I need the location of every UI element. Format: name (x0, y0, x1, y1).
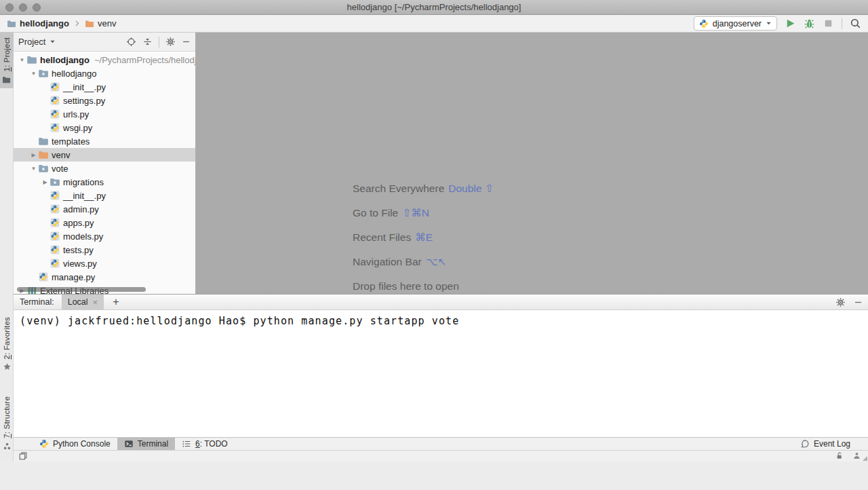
pyfile-icon (50, 244, 60, 255)
tree-item[interactable]: models.py (14, 229, 195, 243)
hector-person-icon[interactable] (852, 451, 861, 460)
tool-stripe-label: 2: Favorites (3, 317, 11, 360)
stop-button[interactable] (823, 18, 834, 29)
shortcut-hint: Search EverywhereDouble ⇧ (353, 176, 494, 201)
tool-stripe-tab[interactable]: 1: Project (0, 33, 14, 88)
window-title: hellodjango [~/PycharmProjects/hellodjan… (0, 2, 868, 12)
toolbar-divider (159, 37, 159, 48)
tree-item[interactable]: ▼hellodjango~/PycharmProjects/hellodjang… (14, 53, 195, 67)
terminal-tab-local[interactable]: Local × (62, 295, 104, 310)
shortcut-label: Recent Files (353, 231, 411, 244)
run-config-select[interactable]: djangoserver (694, 16, 777, 31)
project-panel-title: Project (18, 37, 45, 47)
tree-item[interactable]: views.py (14, 257, 195, 270)
tree-arrow-down-icon[interactable]: ▼ (29, 166, 38, 172)
tree-item[interactable]: ▶venv (14, 148, 195, 162)
pyfile-icon (50, 231, 60, 242)
tree-item[interactable]: __init__.py (14, 80, 195, 94)
pyfile-icon (50, 217, 60, 228)
shortcut-keys: ⌥↖ (426, 256, 447, 268)
run-button[interactable] (785, 18, 796, 29)
tool-window-bar: Python ConsoleTerminal6: TODO Event Log (14, 437, 868, 450)
speech-bubble-icon (800, 439, 810, 449)
breadcrumb-label: hellodjango (20, 18, 69, 29)
toolwindow-button-label: Terminal (138, 439, 168, 449)
shortcut-label: Go to File (353, 207, 398, 219)
tree-arrow-down-icon[interactable]: ▼ (18, 57, 26, 63)
tree-arrow-right-icon[interactable]: ▶ (29, 152, 38, 158)
structure-icon (3, 442, 12, 451)
pyfile-icon (38, 271, 49, 282)
tree-item[interactable]: admin.py (14, 202, 195, 216)
event-log-label: Event Log (814, 439, 850, 449)
terminal-title: Terminal: (20, 297, 54, 307)
terminal-output[interactable]: (venv) jackfrued:hellodjango Hao$ python… (14, 310, 868, 437)
pyfile-icon (50, 122, 60, 133)
chevron-down-icon (766, 20, 772, 26)
hide-panel-icon[interactable] (854, 298, 863, 307)
breadcrumb-item[interactable]: hellodjango (5, 18, 71, 29)
event-log-button[interactable]: Event Log (800, 438, 850, 450)
tree-arrow-right-icon[interactable]: ▶ (41, 179, 50, 185)
terminal-tab-label: Local (68, 297, 88, 307)
pyfile-icon (50, 95, 60, 106)
breadcrumb-item[interactable]: venv (83, 18, 117, 29)
folder-orange-icon (38, 149, 49, 160)
search-everywhere-button[interactable] (850, 18, 861, 29)
tree-item-label: settings.py (63, 96, 105, 106)
tool-stripe-tab[interactable]: 7: Structure (0, 392, 14, 455)
breadcrumb-label: venv (98, 18, 116, 29)
toolwindow-button-label: 6: TODO (195, 439, 228, 449)
close-window-button[interactable] (5, 3, 14, 12)
tree-item-label: templates (52, 136, 90, 147)
unlocked-padlock-icon[interactable] (835, 451, 844, 460)
project-view-select[interactable]: Project (18, 37, 56, 47)
toolwindow-button-terminal[interactable]: Terminal (117, 438, 175, 450)
toolwindow-button-python-console[interactable]: Python Console (33, 438, 117, 450)
editor-area[interactable]: Search EverywhereDouble ⇧Go to File⇧⌘NRe… (196, 33, 868, 294)
tree-item[interactable]: tests.py (14, 243, 195, 257)
close-icon[interactable]: × (93, 297, 98, 307)
shortcut-label: Drop files here to open (353, 280, 459, 293)
tree-item[interactable]: wsgi.py (14, 121, 195, 134)
new-terminal-session-button[interactable]: + (113, 296, 119, 308)
maximize-window-button[interactable] (33, 3, 41, 12)
pyfile-icon (50, 190, 60, 201)
run-toolbar: djangoserver (694, 16, 861, 31)
tree-item[interactable]: __init__.py (14, 189, 195, 202)
hide-panel-icon[interactable] (182, 37, 191, 46)
resize-grip[interactable] (863, 456, 867, 461)
locate-file-icon[interactable] (126, 37, 136, 47)
tree-item[interactable]: ▶migrations (14, 175, 195, 189)
tree-item[interactable]: templates (14, 134, 195, 148)
collapse-all-icon[interactable] (142, 37, 153, 47)
tree-arrow-down-icon[interactable]: ▼ (29, 71, 38, 77)
tree-item-label: hellodjango (40, 55, 90, 65)
tree-item[interactable]: ▼hellodjango (14, 67, 195, 80)
tree-item[interactable]: manage.py (14, 270, 195, 284)
title-bar: hellodjango [~/PycharmProjects/hellodjan… (0, 0, 868, 15)
tree-item[interactable]: settings.py (14, 94, 195, 107)
shortcut-hint: Go to File⇧⌘N (353, 201, 494, 225)
navigation-bar: hellodjangovenv djangoserver (0, 15, 868, 33)
tree-item-label: tests.py (63, 245, 94, 255)
tree-item[interactable]: urls.py (14, 107, 195, 121)
pyfile-icon (50, 109, 60, 119)
tree-item-label: vote (52, 164, 68, 174)
gear-icon[interactable] (835, 297, 846, 307)
project-tree: ▼hellodjango~/PycharmProjects/hellodjang… (14, 52, 195, 294)
minimize-window-button[interactable] (19, 3, 27, 12)
shortcut-label: Search Everywhere (353, 183, 444, 195)
toolwindow-toggle-icon[interactable] (18, 451, 28, 461)
toolwindow-button-6-todo[interactable]: 6: TODO (175, 438, 235, 450)
tree-item[interactable]: apps.py (14, 216, 195, 229)
horizontal-scrollbar[interactable] (17, 287, 146, 292)
tree-item-label: migrations (63, 177, 104, 187)
tree-item[interactable]: ▼vote (14, 162, 195, 175)
gear-icon[interactable] (165, 37, 176, 47)
debug-button[interactable] (804, 18, 815, 29)
status-bar (14, 450, 868, 461)
tool-stripe-label: 7: Structure (3, 396, 11, 438)
pylogo-icon (39, 439, 49, 449)
tool-stripe-tab[interactable]: 2: Favorites (0, 312, 14, 376)
